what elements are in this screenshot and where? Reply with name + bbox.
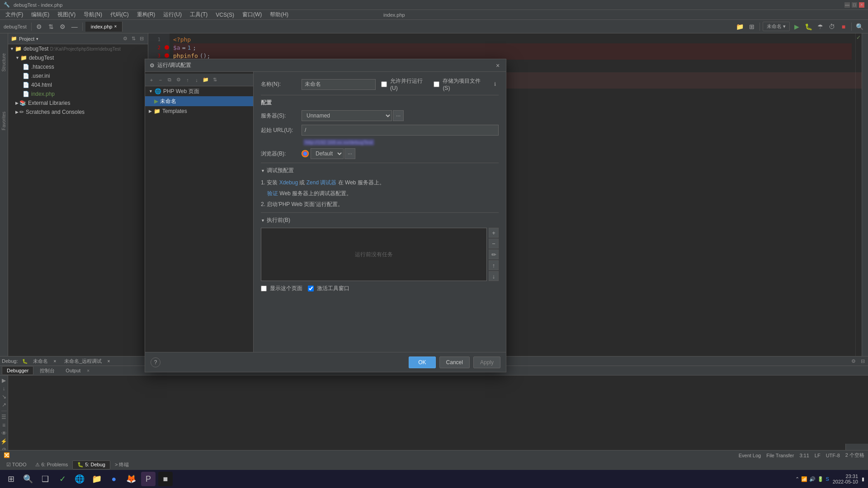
close-output-tab[interactable]: × [87, 368, 90, 373]
resume-button[interactable]: ▶ [1, 377, 7, 384]
show-desktop[interactable]: ▮ [862, 476, 864, 482]
before-launch-down[interactable]: ↓ [489, 271, 499, 281]
taskbar-app-files[interactable]: 📁 [90, 472, 104, 486]
server-more-button[interactable]: ··· [393, 110, 404, 121]
taskbar-app-terminal[interactable]: ■ [158, 472, 173, 486]
tree-userini[interactable]: 📄 .user.ini [8, 71, 148, 80]
maximize-button[interactable]: □ [852, 2, 857, 8]
task-view[interactable]: ❑ [38, 472, 52, 486]
activate-window-checkbox[interactable] [308, 286, 314, 291]
sort-button[interactable]: ⇅ [46, 22, 56, 32]
save-to-project-checkbox[interactable] [434, 81, 439, 87]
debug-settings-icon[interactable]: ⚙ [850, 357, 857, 365]
activate-window-check[interactable]: 激活工具窗口 [308, 285, 349, 292]
layout-icon[interactable]: ⊞ [747, 22, 757, 32]
tab-close-icon[interactable]: × [114, 24, 117, 29]
help-button[interactable]: ? [151, 357, 160, 367]
before-launch-edit[interactable]: ✏ [489, 249, 499, 259]
zend-link[interactable]: Zend 调试器 [307, 179, 337, 186]
name-input[interactable] [302, 79, 376, 90]
tree-down-button[interactable]: ↓ [193, 76, 200, 84]
menu-window[interactable]: 窗口(W) [239, 10, 265, 19]
menu-run[interactable]: 运行(U) [160, 10, 185, 19]
tree-remove-button[interactable]: − [157, 76, 164, 84]
tree-templates[interactable]: ▶ 📁 Templates [145, 106, 253, 116]
tree-htaccess[interactable]: 📄 .htaccess [8, 62, 148, 71]
watches-button[interactable]: 👁 [1, 430, 7, 436]
tree-folder-button[interactable]: 📁 [202, 76, 209, 84]
browser-select[interactable]: Default [311, 148, 344, 159]
minimize-button[interactable]: — [844, 2, 850, 8]
stop-button[interactable]: ■ [839, 22, 849, 32]
run-config-selector[interactable]: 未命名 ▾ [763, 22, 790, 31]
allow-parallel-check[interactable]: 允许并行运行(U) [381, 77, 430, 91]
config-button[interactable]: ⚙ [58, 22, 68, 32]
subtab-console[interactable]: 控制台 [35, 366, 59, 375]
favorites-label[interactable]: Favorites [1, 112, 6, 130]
taskbar-app-phpstorm[interactable]: P [141, 472, 156, 486]
server-select[interactable]: Unnamed [302, 110, 392, 121]
xdebug-link[interactable]: Xdebug [279, 179, 298, 186]
event-log-link[interactable]: Event Log [739, 453, 761, 458]
show-page-check[interactable]: 显示这个页面 [261, 285, 302, 292]
tree-indexphp[interactable]: 📄 index.php [8, 89, 148, 99]
debug-tab-unnamed[interactable]: 未命名 [28, 357, 52, 366]
before-launch-add[interactable]: + [489, 228, 499, 238]
save-info-icon[interactable]: ℹ [491, 81, 499, 88]
menu-tools[interactable]: 工具(T) [186, 10, 211, 19]
tray-arrow[interactable]: ⌃ [795, 476, 799, 482]
search-everywhere-button[interactable]: 🔍 [854, 22, 864, 32]
panel-collapse-icon[interactable]: ⊟ [138, 35, 145, 42]
tab-debug[interactable]: 🐛 5: Debug [72, 460, 110, 469]
start-button[interactable]: ⊞ [4, 472, 18, 486]
gutter-2[interactable] [164, 43, 170, 52]
file-transfer-link[interactable]: File Transfer [766, 453, 794, 458]
subtab-debugger[interactable]: Debugger [2, 366, 33, 375]
tree-copy-button[interactable]: ⧉ [166, 76, 173, 84]
run-button[interactable]: ▶ [792, 22, 802, 32]
menu-vcs[interactable]: VCS(S) [212, 11, 238, 19]
subtab-output[interactable]: Output [61, 366, 85, 375]
panel-gear-icon[interactable]: ⚙ [122, 35, 129, 42]
open-file-tab[interactable]: index.php [383, 12, 405, 18]
browser-more-button[interactable]: ··· [344, 148, 355, 159]
profile-button[interactable]: ⏱ [827, 22, 837, 32]
search-taskbar[interactable]: 🔍 [21, 472, 35, 486]
apply-button[interactable]: Apply [473, 357, 500, 368]
menu-help[interactable]: 帮助(H) [266, 10, 292, 19]
debug-config-header[interactable]: ▼ 调试预配置 [261, 167, 499, 174]
menu-edit[interactable]: 编辑(E) [28, 10, 53, 19]
close-remote-tab[interactable]: × [107, 359, 110, 364]
before-launch-header[interactable]: ▼ 执行前(B) [261, 216, 499, 224]
tab-terminal[interactable]: > 终端 [110, 460, 133, 469]
tray-volume[interactable]: 🔊 [809, 476, 816, 482]
ok-button[interactable]: OK [409, 357, 435, 368]
menu-refactor[interactable]: 重构(R) [133, 10, 159, 19]
menu-navigate[interactable]: 导航(N) [80, 10, 106, 19]
menu-view[interactable]: 视图(V) [54, 10, 79, 19]
tray-wifi[interactable]: 📶 [801, 476, 807, 482]
taskbar-app-chrome[interactable]: ● [107, 472, 121, 486]
modal-close-button[interactable]: × [494, 62, 501, 69]
save-to-project-check[interactable]: 存储为项目文件(S) [434, 77, 488, 91]
evaluate-button[interactable]: ⚡ [1, 438, 7, 445]
tree-root[interactable]: ▼ 📁 debugTest D:\Kai\Project\phpStorm\de… [8, 44, 148, 53]
tree-scratches[interactable]: ▶ ✏ Scratches and Consoles [8, 108, 148, 117]
tree-sort-button[interactable]: ⇅ [211, 76, 218, 84]
menu-file[interactable]: 文件(F) [2, 10, 27, 19]
minus-button[interactable]: — [70, 22, 80, 32]
step-out-button[interactable]: ↗ [1, 402, 7, 408]
folder-icon[interactable]: 📁 [735, 22, 745, 32]
tree-404[interactable]: 📄 404.html [8, 80, 148, 89]
close-unnamed-tab[interactable]: × [53, 359, 56, 364]
tab-problems[interactable]: ⚠ 6: Problems [31, 460, 72, 469]
tree-php-web-pages[interactable]: ▼ 🌐 PHP Web 页面 [145, 86, 253, 96]
taskbar-app-firefox[interactable]: 🦊 [124, 472, 138, 486]
editor-tab-index[interactable]: index.php × [85, 22, 123, 32]
menu-code[interactable]: 代码(C) [107, 10, 132, 19]
taskbar-app-ie[interactable]: 🌐 [72, 472, 87, 486]
coverage-button[interactable]: ☂ [815, 22, 825, 32]
tray-sougou[interactable]: S [826, 476, 829, 482]
debug-tab-remote[interactable]: 未命名_远程调试 [60, 357, 106, 366]
settings-button[interactable]: ⚙ [34, 22, 44, 32]
